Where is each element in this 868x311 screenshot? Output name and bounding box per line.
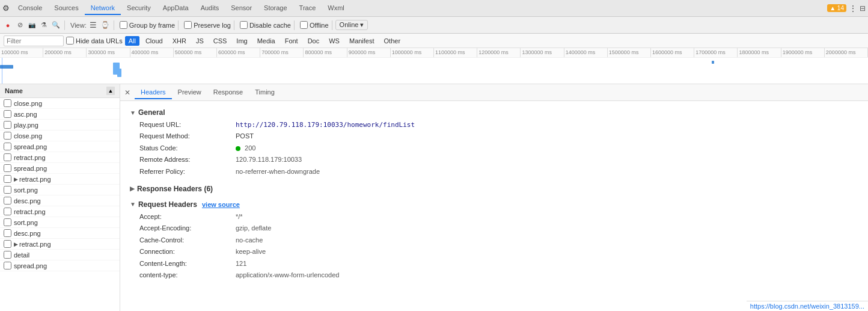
tab-response[interactable]: Response [207,86,249,99]
filter-media-btn[interactable]: Media [254,36,279,46]
devtools-icon[interactable]: ⚙ [2,4,10,13]
tick-10: 1000000 ms [391,48,434,57]
tab-sensor[interactable]: Sensor [225,2,258,15]
tab-storage[interactable]: Storage [258,2,293,15]
group-by-frame-label[interactable]: Group by frame [120,21,175,29]
tick-17: 1700000 ms [694,48,738,57]
item-checkbox[interactable] [4,132,11,140]
tick-16: 1600000 ms [651,48,694,57]
status-code-key: Status Code: [139,144,236,153]
tab-audits[interactable]: Audits [195,2,225,15]
list-item[interactable]: close.png [0,98,120,109]
list-item[interactable]: ▶ retract.png [0,174,120,185]
filter-ws-btn[interactable]: WS [325,36,343,46]
filter-img-btn[interactable]: Img [233,36,251,46]
list-item[interactable]: desc.png [0,228,120,239]
list-item[interactable]: close.png [0,131,120,141]
item-checkbox[interactable] [4,164,11,172]
screenshot-view-btn[interactable]: ⌚ [100,20,111,31]
item-checkbox[interactable] [4,175,11,183]
item-checkbox[interactable] [4,251,11,259]
filter-all-btn[interactable]: All [125,36,139,46]
referrer-policy-row: Referrer Policy: no-referrer-when-downgr… [139,166,858,177]
offline-label[interactable]: Offline [300,21,329,29]
top-tab-bar: ⚙ Console Sources Network Security AppDa… [0,0,868,17]
filter-xhr-btn[interactable]: XHR [169,36,190,46]
item-checkbox[interactable] [4,153,11,161]
tab-appdata[interactable]: AppData [157,2,195,15]
tick-8: 800000 ms [304,48,347,57]
list-item[interactable]: spread.png [0,141,120,152]
list-item[interactable]: desc.png [0,196,120,206]
item-checkbox[interactable] [4,99,11,107]
filter-doc-btn[interactable]: Doc [304,36,323,46]
disable-cache-checkbox[interactable] [240,21,248,29]
tab-headers[interactable]: Headers [135,86,172,99]
scroll-up-btn[interactable]: ▲ [106,87,115,95]
tab-preview[interactable]: Preview [172,86,207,99]
filter-button[interactable]: ⚗ [38,20,49,31]
tick-7: 700000 ms [260,48,304,57]
main-area: Name ▲ close.png asc.png play.png close.… [0,84,868,311]
search-button[interactable]: 🔍 [50,20,61,31]
item-checkbox[interactable] [4,186,11,194]
general-section-header[interactable]: ▼ General [130,106,858,119]
filter-css-btn[interactable]: CSS [210,36,231,46]
item-checkbox[interactable] [4,218,11,226]
list-item[interactable]: ▶ retract.png [0,239,120,250]
view-source-link[interactable]: view source [202,201,240,208]
tick-12: 1200000 ms [477,48,521,57]
tab-network[interactable]: Network [85,2,121,15]
response-headers-section-header[interactable]: ▶ Response Headers (6) [130,182,858,196]
filter-other-btn[interactable]: Other [381,36,405,46]
status-green-dot [236,146,240,151]
tab-sources[interactable]: Sources [48,2,84,15]
tab-console[interactable]: Console [12,2,48,15]
item-checkbox[interactable] [4,262,11,269]
group-by-frame-checkbox[interactable] [120,21,127,29]
filter-js-btn[interactable]: JS [192,36,207,46]
offline-checkbox[interactable] [300,21,308,29]
filter-font-btn[interactable]: Font [281,36,302,46]
filter-manifest-btn[interactable]: Manifest [346,36,378,46]
list-item[interactable]: detail [0,250,120,260]
online-dropdown[interactable]: Online ▾ [335,20,368,30]
tab-timing[interactable]: Timing [249,86,281,99]
list-item[interactable]: sort.png [0,217,120,228]
hide-data-urls-label[interactable]: Hide data URLs [66,37,123,45]
list-view-btn[interactable]: ☰ [88,20,99,31]
filter-input[interactable] [4,35,64,46]
hide-data-urls-checkbox[interactable] [66,37,74,45]
tick-14: 1400000 ms [564,48,608,57]
camera-button[interactable]: 📷 [26,20,37,31]
more-options-icon[interactable]: ⋮ [849,4,857,13]
close-details-btn[interactable]: ✕ [123,88,132,97]
list-item[interactable]: retract.png [0,152,120,163]
item-checkbox[interactable] [4,110,11,118]
item-checkbox[interactable] [4,143,11,150]
list-item[interactable]: spread.png [0,163,120,174]
list-item[interactable]: sort.png [0,185,120,196]
tab-wxml[interactable]: Wxml [322,2,350,15]
list-item[interactable]: play.png [0,120,120,131]
item-checkbox[interactable] [4,121,11,129]
disable-cache-label[interactable]: Disable cache [240,21,291,29]
item-checkbox[interactable] [4,208,11,215]
tab-trace[interactable]: Trace [293,2,322,15]
list-item[interactable]: asc.png [0,109,120,120]
list-item[interactable]: retract.png [0,206,120,217]
item-checkbox[interactable] [4,229,11,237]
dock-icon[interactable]: ⊟ [860,4,866,13]
record-button[interactable]: ● [2,20,13,31]
item-checkbox[interactable] [4,240,11,248]
list-item[interactable]: spread.png [0,260,120,271]
item-checkbox[interactable] [4,197,11,205]
preserve-log-label[interactable]: Preserve log [184,21,231,29]
stop-button[interactable]: ⊘ [14,20,25,31]
filter-cloud-btn[interactable]: Cloud [142,36,167,46]
request-headers-section-header[interactable]: ▼ Request Headers view source [130,198,858,211]
preserve-log-checkbox[interactable] [184,21,192,29]
request-headers-toggle: ▼ [130,201,136,208]
tab-security[interactable]: Security [121,2,157,15]
accept-value: */* [236,212,243,221]
